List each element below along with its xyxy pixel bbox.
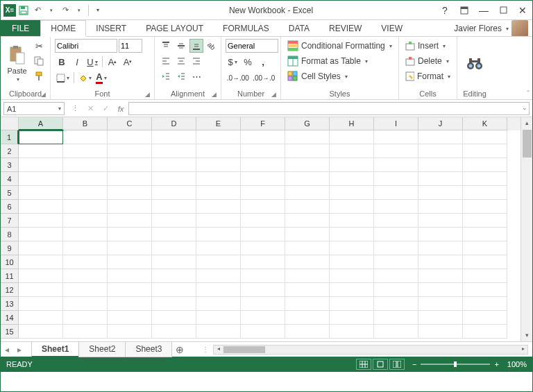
cell[interactable] [152, 283, 196, 297]
cell[interactable] [463, 200, 507, 214]
cell[interactable] [463, 269, 507, 283]
zoom-level[interactable]: 100% [507, 360, 527, 368]
new-sheet-button[interactable]: ⊕ [171, 344, 188, 355]
cell[interactable] [463, 325, 507, 339]
zoom-in-button[interactable]: + [494, 360, 498, 368]
cell[interactable] [241, 283, 285, 297]
row-header[interactable]: 11 [1, 269, 19, 283]
dialog-launcher-icon[interactable]: ◢ [212, 91, 217, 98]
cell[interactable] [19, 297, 63, 311]
cell[interactable] [418, 214, 463, 228]
cell[interactable] [196, 144, 241, 158]
cell[interactable] [63, 228, 108, 241]
row-header[interactable]: 9 [1, 241, 19, 255]
cell[interactable] [330, 269, 374, 283]
cell[interactable] [463, 144, 507, 158]
cell[interactable] [418, 241, 463, 255]
qat-customize-icon[interactable]: ▾ [92, 4, 104, 17]
cell[interactable] [285, 214, 330, 228]
cell[interactable] [108, 172, 152, 186]
minimize-icon[interactable]: — [477, 3, 491, 17]
cell[interactable] [19, 228, 63, 241]
undo-drop-icon[interactable]: ▾ [45, 4, 58, 17]
ribbon-tab-data[interactable]: DATA [279, 20, 319, 37]
scroll-down-icon[interactable]: ▾ [521, 330, 532, 341]
cell[interactable] [152, 200, 196, 214]
cell[interactable] [241, 130, 285, 144]
italic-button[interactable]: I [70, 55, 84, 69]
cell[interactable] [374, 269, 418, 283]
cell[interactable] [19, 311, 63, 325]
cell[interactable] [374, 144, 418, 158]
cell[interactable] [418, 283, 463, 297]
row-header[interactable]: 4 [1, 172, 19, 186]
cell[interactable] [330, 325, 374, 339]
cell[interactable] [19, 283, 63, 297]
cell[interactable] [330, 241, 374, 255]
cell[interactable] [108, 325, 152, 339]
cell[interactable] [63, 186, 108, 200]
cell[interactable] [152, 158, 196, 172]
cell[interactable] [374, 186, 418, 200]
cell[interactable] [196, 158, 241, 172]
dialog-launcher-icon[interactable]: ◢ [41, 91, 46, 98]
copy-icon[interactable] [32, 54, 46, 68]
column-header[interactable]: J [418, 117, 463, 130]
delete-cells-button[interactable]: Delete▾ [403, 54, 452, 68]
sheet-nav-prev-icon[interactable]: ◂ [1, 345, 13, 355]
ribbon-tab-view[interactable]: VIEW [371, 20, 412, 37]
row-header[interactable]: 6 [1, 200, 19, 214]
scroll-left-icon[interactable]: ◂ [214, 346, 223, 354]
ribbon-tab-page-layout[interactable]: PAGE LAYOUT [136, 20, 213, 37]
increase-decimal-icon[interactable]: .0→.00 [226, 71, 251, 85]
cell[interactable] [152, 311, 196, 325]
cell[interactable] [108, 311, 152, 325]
borders-icon[interactable]: ▾ [55, 71, 71, 85]
cell[interactable] [463, 158, 507, 172]
cell[interactable] [152, 144, 196, 158]
cell[interactable] [374, 241, 418, 255]
save-icon[interactable] [17, 4, 30, 17]
cell[interactable] [196, 186, 241, 200]
cell[interactable] [241, 269, 285, 283]
cell[interactable] [418, 200, 463, 214]
column-header[interactable]: E [196, 117, 241, 130]
column-header[interactable]: I [374, 117, 418, 130]
ribbon-tab-insert[interactable]: INSERT [86, 20, 136, 37]
scroll-thumb[interactable] [523, 130, 532, 157]
orientation-icon[interactable]: ab [202, 36, 221, 56]
cell[interactable] [285, 130, 330, 144]
cell[interactable] [330, 186, 374, 200]
cell[interactable] [196, 269, 241, 283]
comma-icon[interactable]: , [256, 55, 270, 69]
cell[interactable] [63, 200, 108, 214]
percent-icon[interactable]: % [241, 55, 255, 69]
cell[interactable] [196, 200, 241, 214]
cell[interactable] [108, 200, 152, 214]
ribbon-tab-formulas[interactable]: FORMULAS [213, 20, 279, 37]
cell[interactable] [19, 255, 63, 269]
cell[interactable] [63, 297, 108, 311]
select-all-corner[interactable] [1, 117, 19, 130]
cell[interactable] [196, 241, 241, 255]
cell[interactable] [196, 311, 241, 325]
cell[interactable] [374, 228, 418, 241]
help-icon[interactable]: ? [438, 3, 452, 17]
fill-color-icon[interactable]: ▾ [77, 71, 93, 85]
cell[interactable] [108, 144, 152, 158]
cut-icon[interactable]: ✂ [32, 39, 46, 53]
cell[interactable] [63, 311, 108, 325]
font-name-input[interactable] [55, 39, 117, 53]
cell[interactable] [108, 130, 152, 144]
format-cells-button[interactable]: Format▾ [403, 69, 452, 83]
cell[interactable] [330, 158, 374, 172]
user-account[interactable]: Javier Flores ▾ [454, 20, 532, 37]
redo-icon[interactable]: ↷ [59, 4, 71, 17]
sheet-tab[interactable]: Sheet1 [31, 342, 79, 357]
cell[interactable] [63, 241, 108, 255]
cell[interactable] [63, 269, 108, 283]
bold-button[interactable]: B [55, 55, 69, 69]
enter-formula-icon[interactable]: ✓ [98, 104, 113, 113]
cell[interactable] [463, 255, 507, 269]
cell[interactable] [418, 269, 463, 283]
